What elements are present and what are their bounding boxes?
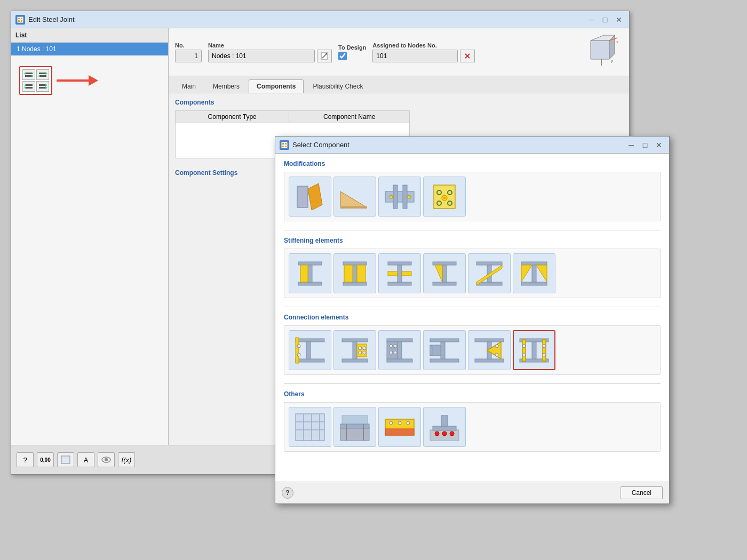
svg-rect-68 [343, 282, 367, 285]
text-btn[interactable]: A [77, 452, 94, 467]
svg-point-153 [450, 431, 454, 436]
tab-components[interactable]: Components [249, 79, 304, 93]
svg-text:x: x [616, 39, 618, 44]
conn-item-3[interactable] [378, 330, 421, 370]
arrow-left-top-btn[interactable] [22, 69, 35, 80]
stiff-item-3[interactable] [378, 253, 421, 293]
no-label: No. [175, 42, 202, 49]
svg-marker-11 [45, 72, 47, 75]
tab-plausibility-check[interactable]: Plausibility Check [305, 79, 371, 93]
name-input[interactable] [208, 50, 315, 62]
visibility-btn[interactable] [98, 452, 115, 467]
svg-rect-6 [25, 75, 33, 77]
svg-marker-88 [521, 265, 532, 282]
mod-item-4[interactable] [423, 177, 466, 217]
svg-point-102 [363, 347, 366, 350]
minimize-button[interactable]: ─ [585, 14, 597, 26]
mod-item-1[interactable] [289, 177, 331, 217]
svg-point-94 [297, 345, 300, 348]
other-item-1[interactable] [289, 407, 331, 447]
other-item-3[interactable] [378, 407, 421, 447]
edit-name-btn[interactable] [317, 50, 332, 62]
stiff-item-1[interactable] [289, 253, 331, 293]
stiff-item-5[interactable] [468, 253, 511, 293]
clear-assigned-btn[interactable] [460, 50, 475, 62]
svg-point-62 [443, 197, 446, 199]
stiff-item-4[interactable] [423, 253, 466, 293]
mod-item-2[interactable] [333, 177, 376, 217]
svg-point-108 [390, 345, 393, 348]
svg-rect-99 [357, 344, 367, 357]
svg-point-59 [437, 201, 441, 205]
list-item[interactable]: 1 Nodes : 101 [11, 43, 168, 55]
svg-rect-86 [521, 282, 547, 285]
svg-rect-139 [340, 427, 369, 441]
svg-point-131 [543, 353, 546, 356]
dialog-minimize-btn[interactable]: ─ [625, 139, 637, 151]
formula-btn[interactable]: f(x) [118, 452, 135, 467]
arrow-right-bottom-btn[interactable] [36, 81, 49, 92]
close-button[interactable]: ✕ [613, 14, 625, 26]
stiffening-section: Stiffening elements [284, 237, 661, 298]
svg-rect-90 [296, 339, 324, 342]
other-item-4[interactable] [423, 407, 466, 447]
other-item-2[interactable] [333, 407, 376, 447]
svg-rect-72 [388, 262, 411, 265]
dialog-maximize-btn[interactable]: □ [639, 139, 651, 151]
conn-item-6-plate-to-plate[interactable]: Plate to Plate [513, 330, 555, 370]
svg-rect-63 [298, 262, 322, 265]
select-component-dialog: Select Component ─ □ ✕ Modifications [275, 136, 670, 504]
dialog-close-btn[interactable]: ✕ [653, 139, 665, 151]
3d-cube-icon: y x [580, 33, 623, 70]
conn-item-4[interactable] [423, 330, 466, 370]
dialog-help-btn[interactable]: ? [282, 487, 293, 499]
mod-item-3[interactable] [378, 177, 421, 217]
assigned-label: Assigned to Nodes No. [372, 42, 475, 49]
svg-marker-89 [536, 265, 547, 282]
svg-rect-97 [342, 359, 368, 362]
stiff-item-6[interactable] [513, 253, 555, 293]
svg-point-146 [390, 421, 393, 425]
svg-rect-127 [543, 340, 546, 361]
svg-rect-74 [398, 265, 402, 282]
to-design-checkbox[interactable] [338, 52, 347, 60]
conn-item-5[interactable] [468, 330, 511, 370]
others-grid [284, 402, 661, 452]
to-design-label: To Design [338, 44, 366, 51]
arrow-left-bottom-btn[interactable] [22, 81, 35, 92]
connection-section: Connection elements [284, 314, 661, 375]
dialog-footer: ? Cancel [275, 482, 669, 503]
arrow-right-top-btn[interactable] [36, 69, 49, 80]
svg-marker-12 [38, 75, 40, 77]
table-row [176, 123, 410, 135]
svg-rect-66 [300, 265, 308, 282]
view-btn[interactable] [57, 452, 74, 467]
svg-rect-69 [353, 265, 357, 282]
svg-rect-125 [532, 342, 536, 359]
svg-rect-44 [282, 146, 284, 147]
help-btn[interactable]: ? [17, 452, 34, 467]
tab-members[interactable]: Members [205, 79, 248, 93]
svg-rect-77 [433, 262, 456, 265]
svg-point-110 [390, 351, 393, 354]
maximize-button[interactable]: □ [599, 14, 611, 26]
svg-rect-42 [282, 143, 284, 145]
svg-point-103 [363, 351, 366, 354]
cancel-button[interactable]: Cancel [621, 486, 663, 499]
conn-item-1[interactable] [289, 330, 331, 370]
tab-main[interactable]: Main [174, 79, 204, 93]
stiff-item-2[interactable] [333, 253, 376, 293]
svg-rect-38 [61, 456, 70, 463]
svg-rect-92 [306, 342, 311, 359]
numeric-btn[interactable]: 0,00 [37, 452, 54, 467]
svg-rect-43 [285, 143, 287, 145]
svg-point-101 [359, 351, 362, 354]
svg-marker-8 [31, 75, 34, 77]
svg-point-121 [495, 345, 498, 348]
import-export-panel [19, 66, 52, 95]
svg-rect-75 [388, 271, 398, 276]
assigned-input[interactable] [372, 50, 458, 62]
svg-rect-98 [353, 342, 357, 359]
conn-item-2[interactable] [333, 330, 376, 370]
svg-text:y: y [611, 58, 613, 63]
